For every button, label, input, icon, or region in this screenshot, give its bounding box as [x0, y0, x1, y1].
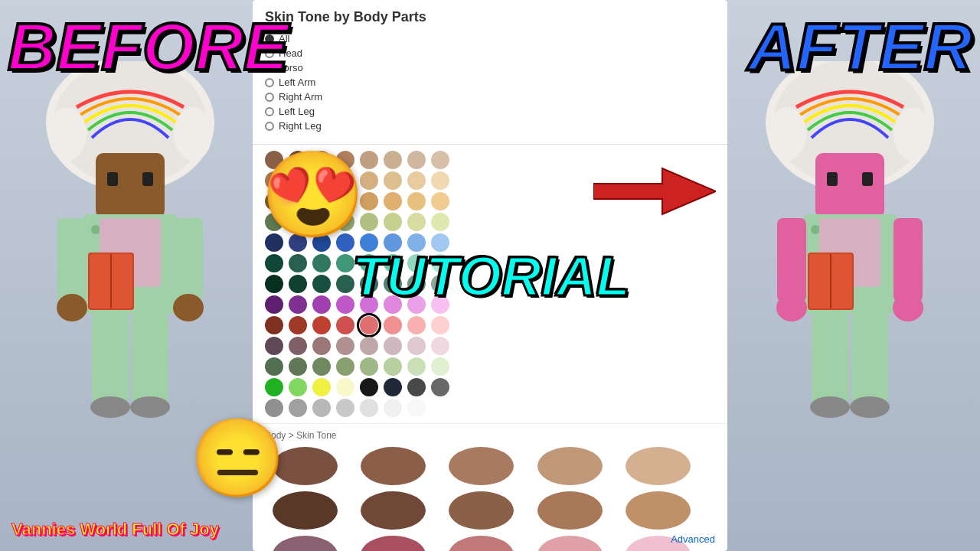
color-dot[interactable]	[312, 337, 331, 355]
skin-tone-oval[interactable]	[449, 491, 514, 530]
skin-tone-oval[interactable]	[449, 536, 514, 551]
radio-left-leg[interactable]	[265, 107, 274, 116]
color-dot[interactable]	[407, 357, 426, 376]
color-dot[interactable]	[407, 151, 426, 169]
color-dot[interactable]	[336, 357, 354, 376]
body-part-right-leg[interactable]: Right Leg	[265, 120, 715, 132]
color-dot[interactable]	[407, 192, 426, 210]
color-dot[interactable]	[431, 192, 449, 210]
skin-tone-oval[interactable]	[361, 491, 426, 530]
svg-point-34	[811, 225, 820, 234]
color-dot[interactable]	[289, 254, 307, 272]
color-dot[interactable]	[431, 337, 449, 355]
svg-rect-41	[777, 218, 806, 302]
red-arrow	[593, 165, 716, 221]
color-dot[interactable]	[265, 337, 283, 355]
color-dot[interactable]	[384, 378, 402, 396]
color-dot[interactable]	[360, 337, 378, 355]
color-dot[interactable]	[360, 357, 378, 376]
color-dot[interactable]	[431, 378, 449, 396]
color-dot[interactable]	[312, 316, 331, 334]
color-dot[interactable]	[289, 378, 307, 396]
color-dot[interactable]	[431, 357, 449, 376]
skin-tone-oval[interactable]	[537, 491, 603, 530]
color-dot[interactable]	[265, 378, 283, 396]
radio-right-leg[interactable]	[265, 122, 274, 131]
color-dot[interactable]	[431, 213, 449, 231]
body-part-torso[interactable]: Torso	[265, 62, 715, 73]
color-dot[interactable]	[431, 171, 449, 190]
color-dot[interactable]	[336, 337, 354, 355]
label-right-arm: Right Arm	[279, 91, 322, 103]
color-dot[interactable]	[312, 254, 331, 272]
color-dot[interactable]	[289, 275, 307, 293]
skin-tone-grid	[265, 447, 715, 551]
emoji-neutral: 😑	[190, 413, 286, 504]
body-part-head[interactable]: Head	[265, 47, 715, 59]
color-dot[interactable]	[384, 316, 402, 334]
skin-tone-oval[interactable]	[361, 447, 426, 485]
color-dot[interactable]	[384, 337, 402, 355]
skin-tone-oval[interactable]	[273, 536, 338, 551]
color-dot[interactable]	[289, 399, 307, 417]
color-dot[interactable]	[360, 316, 378, 334]
color-dot[interactable]	[384, 151, 402, 169]
skin-tone-oval[interactable]	[626, 491, 691, 530]
color-dot[interactable]	[289, 337, 307, 355]
color-dot[interactable]	[407, 337, 426, 355]
svg-rect-4	[96, 153, 165, 218]
color-dot[interactable]	[384, 171, 402, 190]
svg-rect-6	[142, 172, 153, 186]
skin-tone-oval[interactable]	[361, 536, 426, 551]
svg-point-48	[850, 396, 890, 418]
color-dot[interactable]	[384, 213, 402, 231]
advanced-button[interactable]: Advanced	[671, 533, 715, 545]
color-dot[interactable]	[360, 378, 378, 396]
color-dot[interactable]	[289, 357, 307, 376]
svg-rect-42	[893, 218, 923, 302]
color-dot[interactable]	[265, 316, 283, 334]
color-dot[interactable]	[384, 192, 402, 210]
color-dot[interactable]	[312, 399, 331, 417]
color-dot[interactable]	[384, 357, 402, 376]
color-dot[interactable]	[312, 357, 331, 376]
body-part-left-leg[interactable]: Left Leg	[265, 106, 715, 117]
color-dot[interactable]	[407, 378, 426, 396]
svg-rect-20	[132, 312, 168, 404]
color-dot[interactable]	[407, 213, 426, 231]
skin-tone-oval[interactable]	[537, 447, 603, 485]
color-dot[interactable]	[312, 275, 331, 293]
color-dot[interactable]	[360, 399, 378, 417]
color-dot[interactable]	[289, 295, 307, 314]
color-dot[interactable]	[312, 295, 331, 314]
color-dot[interactable]	[289, 316, 307, 334]
label-left-leg: Left Leg	[279, 106, 315, 117]
color-dot[interactable]	[384, 399, 402, 417]
color-dot[interactable]	[265, 357, 283, 376]
color-dot[interactable]	[407, 316, 426, 334]
skin-tone-oval[interactable]	[626, 447, 691, 485]
color-dot[interactable]	[431, 316, 449, 334]
color-dot[interactable]	[336, 399, 354, 417]
skin-tone-section: Body > Skin Tone	[253, 423, 727, 551]
color-dot[interactable]	[312, 378, 331, 396]
color-dot[interactable]	[265, 275, 283, 293]
color-dot[interactable]	[265, 295, 283, 314]
color-dot[interactable]	[265, 254, 283, 272]
color-dot[interactable]	[336, 378, 354, 396]
svg-point-3	[174, 107, 212, 161]
skin-tone-oval[interactable]	[449, 447, 514, 485]
color-dot[interactable]	[336, 316, 354, 334]
color-dot[interactable]	[407, 171, 426, 190]
body-part-left-arm[interactable]: Left Arm	[265, 77, 715, 88]
body-part-right-arm[interactable]: Right Arm	[265, 91, 715, 103]
skin-tone-oval[interactable]	[537, 536, 603, 551]
color-dot[interactable]	[431, 399, 449, 417]
body-part-all[interactable]: All	[265, 33, 715, 44]
color-dot[interactable]	[431, 151, 449, 169]
breadcrumb: Body > Skin Tone	[265, 430, 715, 441]
radio-right-arm[interactable]	[265, 93, 274, 102]
color-dot[interactable]	[407, 399, 426, 417]
svg-rect-15	[57, 218, 87, 302]
svg-point-44	[893, 294, 923, 321]
